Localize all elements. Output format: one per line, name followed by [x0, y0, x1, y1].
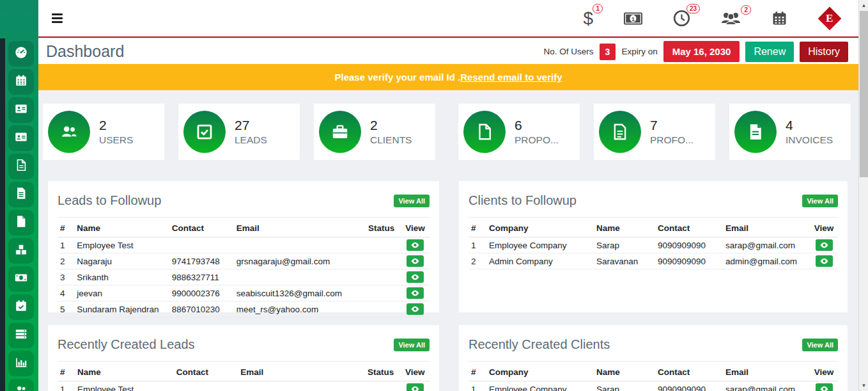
cell-status: [366, 285, 401, 301]
cell-name: Nagaraju: [74, 253, 169, 269]
check-square-icon: [183, 111, 226, 153]
cell-company: Admin Company: [486, 253, 594, 269]
stat-card-proposals[interactable]: 6PROPO...: [458, 104, 580, 160]
col-header: Status: [366, 219, 401, 237]
sidebar-item-calendar[interactable]: [8, 69, 34, 95]
cell-email: grsnagaraju@gmail.com: [234, 253, 366, 269]
file-blank-icon: [14, 214, 28, 231]
topbar: $ 1 1 23 2 E: [38, 0, 858, 38]
cell-contact: 9886327711: [169, 269, 234, 285]
col-header: #: [58, 219, 74, 237]
brand-logo-icon[interactable]: E: [818, 8, 842, 29]
sidebar-item-address-card[interactable]: [8, 97, 34, 123]
panel-title: Recently Created Clients: [469, 337, 610, 352]
bar-chart-icon: [14, 355, 28, 372]
sidebar-item-dashboard[interactable]: [8, 41, 34, 67]
view-lead-button[interactable]: [407, 239, 424, 251]
stat-cards-row: 2USERS 27LEADS 2CLIENTS 6PROPO... 7PROFO…: [43, 104, 851, 160]
col-header: View: [810, 219, 838, 237]
scroll-up-arrow-icon[interactable]: ▲: [859, 0, 868, 11]
renew-button[interactable]: Renew: [745, 42, 794, 62]
recent-leads-view-all-button[interactable]: View All: [394, 339, 430, 351]
col-header: Email: [234, 219, 366, 237]
sidebar-item-file-blank[interactable]: [8, 210, 34, 235]
sidebar-item-file-outline[interactable]: [8, 154, 34, 179]
view-lead-button[interactable]: [407, 383, 424, 391]
resend-email-link[interactable]: Resend email to verify: [460, 72, 562, 83]
users-icon: [48, 111, 90, 153]
cell-index: 4: [58, 285, 74, 301]
sidebar-item-cubes[interactable]: [8, 238, 34, 264]
stat-card-invoices[interactable]: 4INVOICES: [729, 104, 851, 160]
sidebar-item-server[interactable]: [8, 323, 34, 348]
scroll-down-arrow-icon[interactable]: ▼: [859, 380, 868, 391]
cell-email: sarap@gmail.com: [723, 237, 810, 253]
stat-value: 6: [515, 118, 559, 133]
cell-index: 5: [58, 301, 74, 317]
view-lead-button[interactable]: [407, 255, 424, 267]
cell-name: Saravanan: [594, 253, 655, 269]
vertical-scrollbar[interactable]: ▲ ▼: [858, 0, 868, 391]
calendar-icon[interactable]: [771, 10, 787, 26]
cell-status: [366, 237, 401, 253]
cell-name: jeevan: [74, 285, 169, 301]
recent-leads-panel: Recently Created Leads View All # Name C…: [48, 325, 439, 391]
col-header: Name: [594, 219, 655, 237]
email-verify-banner: Please verify your email Id .Resend emai…: [38, 64, 858, 90]
clients-followup-view-all-button[interactable]: View All: [802, 195, 838, 207]
sidebar-item-users[interactable]: [8, 379, 34, 391]
stat-label: CLIENTS: [370, 134, 412, 146]
leads-followup-view-all-button[interactable]: View All: [394, 195, 430, 207]
col-header: View: [401, 363, 430, 381]
col-header: #: [469, 363, 486, 381]
file-blank-icon: [463, 111, 506, 153]
sidebar-item-file-text[interactable]: [8, 182, 34, 207]
eye-icon: [820, 385, 828, 391]
invoice-icon: [734, 111, 777, 153]
stat-card-users[interactable]: 2USERS: [43, 104, 164, 160]
history-button[interactable]: History: [800, 42, 848, 62]
view-client-button[interactable]: [816, 383, 833, 391]
table-row: 1 Employee Test: [58, 237, 430, 253]
cell-index: 1: [469, 237, 486, 253]
cell-contact: 8867010230: [169, 301, 234, 317]
sidebar-item-bar-chart[interactable]: [8, 351, 34, 376]
col-header: Contact: [655, 219, 723, 237]
stat-card-leads[interactable]: 27LEADS: [178, 104, 300, 160]
clock-icon[interactable]: 23: [673, 10, 690, 27]
col-header: Company: [486, 219, 594, 237]
users-icon: [14, 383, 28, 391]
col-header: Status: [365, 363, 400, 381]
expiry-date-button[interactable]: May 16, 2030: [663, 41, 740, 62]
stat-card-proforma[interactable]: 7PROFO...: [594, 104, 715, 160]
clients-followup-panel: Clients to Followup View All # Company N…: [459, 181, 848, 312]
cell-index: 1: [58, 381, 75, 391]
hamburger-menu-icon[interactable]: [52, 13, 63, 23]
cell-contact: 9090909090: [655, 381, 723, 391]
cell-index: 2: [469, 253, 486, 269]
cell-name: Sundaram Rajendran: [74, 301, 169, 317]
eye-icon: [411, 385, 419, 391]
stat-label: USERS: [99, 134, 133, 146]
users-group-icon[interactable]: 2: [720, 11, 741, 26]
view-client-button[interactable]: [816, 255, 833, 267]
sidebar-item-money-bill[interactable]: [8, 266, 34, 292]
cell-name: Sarap: [594, 381, 655, 391]
sidebar-item-id-card[interactable]: [8, 125, 34, 151]
stat-label: LEADS: [235, 134, 267, 146]
page-title: Dashboard: [46, 42, 124, 61]
recent-clients-view-all-button[interactable]: View All: [802, 339, 838, 351]
file-outline-icon: [14, 158, 28, 175]
view-lead-button[interactable]: [407, 303, 424, 315]
view-lead-button[interactable]: [407, 287, 424, 299]
stat-card-clients[interactable]: 2CLIENTS: [314, 104, 435, 160]
view-lead-button[interactable]: [407, 271, 424, 283]
cell-name: Employee Test: [75, 381, 174, 391]
payments-dollar-icon[interactable]: $ 1: [583, 10, 593, 28]
sidebar-item-calendar-check[interactable]: [8, 294, 34, 320]
view-client-button[interactable]: [816, 239, 833, 251]
money-bill-icon[interactable]: 1: [623, 12, 643, 26]
scrollbar-thumb[interactable]: [860, 11, 868, 177]
table-row: 2 Admin Company Saravanan 9090909090 adm…: [469, 253, 838, 269]
expiry-label: Expiry on: [621, 47, 657, 56]
